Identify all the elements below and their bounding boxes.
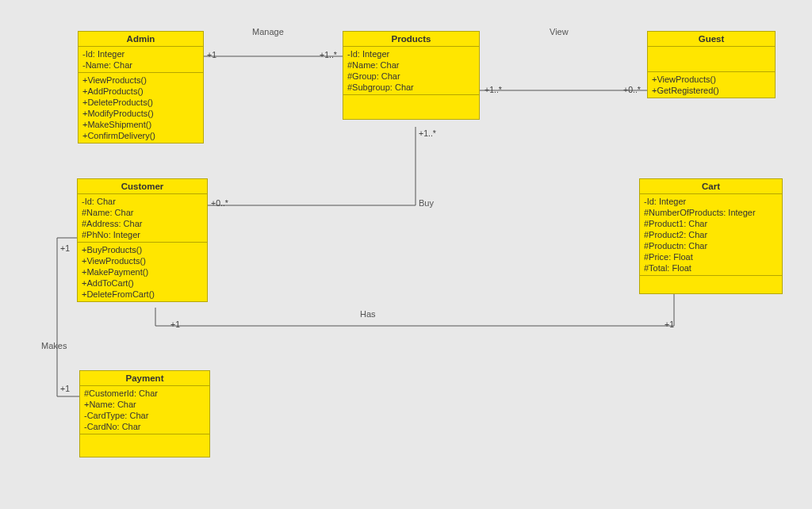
class-customer: Customer -Id: Char #Name: Char #Address:… — [77, 178, 208, 302]
mult-manage-2: +1..* — [320, 50, 337, 59]
label-buy: Buy — [419, 198, 434, 208]
class-title: Admin — [79, 32, 203, 47]
label-makes: Makes — [41, 341, 67, 350]
label-view: View — [550, 27, 569, 36]
class-products: Products -Id: Integer #Name: Char #Group… — [343, 31, 480, 120]
class-ops — [343, 95, 479, 119]
class-title: Customer — [78, 179, 207, 194]
mult-buy-prod: +1..* — [419, 128, 436, 138]
class-title: Guest — [648, 32, 775, 47]
mult-manage-1: +1 — [207, 50, 216, 59]
mult-buy-cust: +0..* — [211, 198, 228, 208]
class-title: Products — [343, 32, 479, 47]
mult-view-2: +0..* — [623, 85, 641, 94]
class-guest: Guest +ViewProducts() +GetRegistered() — [647, 31, 776, 98]
class-ops — [640, 276, 782, 293]
class-admin: Admin -Id: Integer -Name: Char +ViewProd… — [78, 31, 204, 144]
label-manage: Manage — [252, 27, 284, 36]
class-payment: Payment #CustomerId: Char +Name: Char -C… — [79, 370, 210, 457]
class-ops: +ViewProducts() +GetRegistered() — [648, 72, 775, 98]
class-ops: +BuyProducts() +ViewProducts() +MakePaym… — [78, 243, 207, 301]
class-ops: +ViewProducts() +AddProducts() +DeletePr… — [79, 73, 203, 143]
mult-view-1: +1..* — [485, 85, 502, 94]
mult-makes-2: +1 — [60, 384, 70, 393]
class-attrs: -Id: Integer -Name: Char — [79, 47, 203, 73]
class-attrs: -Id: Char #Name: Char #Address: Char #Ph… — [78, 194, 207, 243]
class-attrs: -Id: Integer #Name: Char #Group: Char #S… — [343, 47, 479, 95]
label-has: Has — [360, 309, 376, 319]
mult-makes-1: +1 — [60, 243, 70, 253]
class-attrs: #CustomerId: Char +Name: Char -CardType:… — [80, 386, 209, 434]
class-title: Cart — [640, 179, 782, 194]
class-attrs: -Id: Integer #NumberOfProducts: Integer … — [640, 194, 782, 276]
class-attrs — [648, 47, 775, 72]
class-ops — [80, 434, 209, 457]
class-cart: Cart -Id: Integer #NumberOfProducts: Int… — [639, 178, 783, 294]
class-title: Payment — [80, 371, 209, 386]
mult-has-2: +1 — [665, 320, 674, 329]
mult-has-1: +1 — [170, 320, 180, 329]
